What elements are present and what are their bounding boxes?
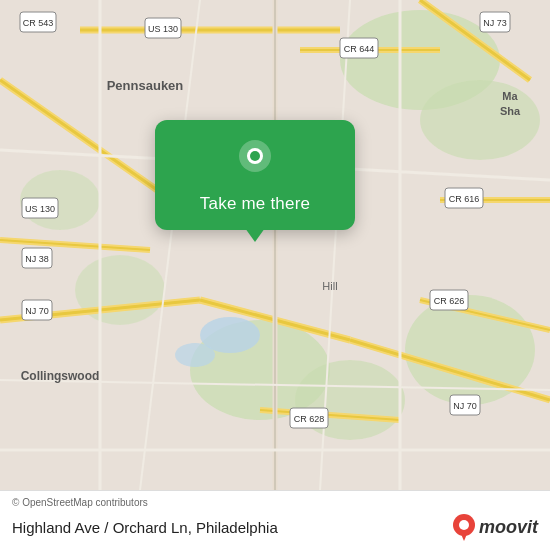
svg-text:NJ 38: NJ 38 [25,254,49,264]
svg-text:US 130: US 130 [148,24,178,34]
svg-point-70 [250,151,260,161]
svg-text:CR 628: CR 628 [294,414,325,424]
bottom-bar: © OpenStreetMap contributors Highland Av… [0,490,550,550]
svg-point-9 [175,343,215,367]
svg-text:NJ 70: NJ 70 [453,401,477,411]
svg-text:CR 543: CR 543 [23,18,54,28]
location-pin-icon [233,138,277,182]
svg-text:CR 616: CR 616 [449,194,480,204]
popup-tail [245,228,265,242]
svg-text:CR 626: CR 626 [434,296,465,306]
map-attribution: © OpenStreetMap contributors [12,497,148,508]
map-svg: CR 543 US 130 NJ 73 CR 644 US 130 NJ 38 … [0,0,550,490]
moovit-brand-text: moovit [479,517,538,538]
svg-text:Sha: Sha [500,105,521,117]
svg-text:Ma: Ma [502,90,518,102]
svg-point-2 [420,80,540,160]
take-me-there-button[interactable]: Take me there [200,192,310,216]
popup-card: Take me there [155,120,355,230]
svg-text:Collingswood: Collingswood [21,369,100,383]
svg-text:US 130: US 130 [25,204,55,214]
svg-text:CR 644: CR 644 [344,44,375,54]
moovit-logo: moovit [453,514,538,542]
location-label: Highland Ave / Orchard Ln, Philadelphia [12,519,453,536]
svg-text:NJ 70: NJ 70 [25,306,49,316]
svg-text:Pennsauken: Pennsauken [107,78,184,93]
svg-marker-73 [461,534,467,541]
map-view[interactable]: CR 543 US 130 NJ 73 CR 644 US 130 NJ 38 … [0,0,550,490]
moovit-pin-icon [453,514,475,542]
svg-text:NJ 73: NJ 73 [483,18,507,28]
svg-text:Hill: Hill [322,280,337,292]
svg-point-72 [459,520,469,530]
